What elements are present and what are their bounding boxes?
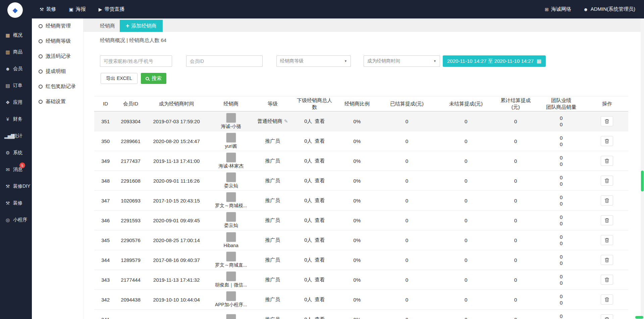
view-link[interactable]: 查看 xyxy=(315,158,325,164)
member-id-input[interactable] xyxy=(186,55,263,67)
view-link[interactable]: 查看 xyxy=(315,118,325,124)
sidebar-item-finance[interactable]: ¥财务 xyxy=(0,111,32,128)
total-settled: 0 xyxy=(495,131,537,151)
sidebar-item-decorate-diy[interactable]: ⚒装修DIY xyxy=(0,178,32,195)
horizontal-scrollbar-thumb[interactable] xyxy=(635,316,643,319)
delete-button[interactable] xyxy=(601,116,613,126)
level-label: 推广员 xyxy=(265,316,280,319)
delete-button[interactable] xyxy=(601,314,613,319)
sidebar-item-label: 应用 xyxy=(13,99,22,105)
become-time: 2017-10-15 20:43:15 xyxy=(145,191,208,211)
sidebar-item-members[interactable]: ☻会员 xyxy=(0,60,32,77)
sub-count: 0人 xyxy=(304,237,312,243)
delete-button[interactable] xyxy=(601,156,613,166)
sidebar-item-apps[interactable]: ❖应用 xyxy=(0,94,32,111)
sidebar-item-system[interactable]: ⚙系统 xyxy=(0,144,32,161)
view-link[interactable]: 查看 xyxy=(315,217,325,223)
topbar-item-label: 带货直播 xyxy=(105,6,125,12)
trash-icon xyxy=(604,317,610,319)
dealer-cell: 娄京灿 xyxy=(208,171,254,191)
settled: 0 xyxy=(376,250,437,270)
sidebar-item-goods[interactable]: ▥商品 xyxy=(0,44,32,60)
dealer-name: Hibana xyxy=(224,243,238,248)
keyword-input[interactable] xyxy=(100,55,172,67)
submenu-item-dealer-level[interactable]: 经销商等级 xyxy=(32,34,83,49)
submenu-item-commission-details[interactable]: 提成明细 xyxy=(32,64,83,79)
logo-icon: ◆ xyxy=(12,7,17,13)
delete-button[interactable] xyxy=(601,136,613,146)
team-qty: 0 xyxy=(537,200,586,207)
dealer-cell: APP加小程序... xyxy=(208,290,254,310)
delete-button[interactable] xyxy=(601,235,613,245)
app-logo[interactable]: ◆ xyxy=(7,2,23,18)
topbar-item-live-selling[interactable]: ▶带货直播 xyxy=(99,6,125,12)
miniprogram-icon: ◎ xyxy=(4,217,11,223)
delete-button[interactable] xyxy=(601,215,613,225)
level-label: 推广员 xyxy=(265,197,280,203)
sub-cell: 0人查看 xyxy=(291,230,337,250)
sidebar-item-mini-program[interactable]: ◎小程序 xyxy=(0,212,32,228)
sidebar-item-overview[interactable]: ▦概况 xyxy=(0,27,32,44)
sidebar-item-statistics[interactable]: ▂▅▇统计 xyxy=(0,128,32,144)
search-button[interactable]: 搜索 xyxy=(141,73,166,84)
level-select[interactable]: 经销商等级 ▼ xyxy=(276,55,351,67)
vertical-scrollbar-thumb[interactable] xyxy=(641,171,644,191)
sub-cell: 0人查看 xyxy=(291,151,337,171)
submenu-item-basic-settings[interactable]: 基础设置 xyxy=(32,94,83,109)
col-level: 等级 xyxy=(254,96,291,111)
delete-button[interactable] xyxy=(601,294,613,305)
edit-level-icon[interactable]: ✎ xyxy=(284,119,288,124)
view-link[interactable]: 查看 xyxy=(315,257,325,263)
view-link[interactable]: 查看 xyxy=(315,178,325,183)
system-icon: ⚙ xyxy=(4,150,11,155)
export-excel-button[interactable]: 导出 EXCEL xyxy=(101,73,138,84)
view-link[interactable]: 查看 xyxy=(315,297,325,302)
delete-button[interactable] xyxy=(601,275,613,285)
action-cell xyxy=(586,191,628,211)
sidebar-item-messages[interactable]: ✉消息5 xyxy=(0,161,32,178)
avatar xyxy=(226,271,236,281)
topbar-item-poster[interactable]: ▣海报 xyxy=(69,6,86,12)
circle-icon xyxy=(39,39,43,43)
delete-button[interactable] xyxy=(601,176,613,186)
sidebar-item-label: 统计 xyxy=(13,133,22,139)
settled: 0 xyxy=(376,230,437,250)
avatar xyxy=(226,212,236,222)
sidebar-item-label: 系统 xyxy=(13,150,22,156)
team-cell: 0 0 xyxy=(537,310,586,319)
topbar-item-admin-account[interactable]: ☻ADMIN(系统管理员) xyxy=(583,6,635,12)
date-range-button[interactable]: 2020-11-10 14:27 至 2020-11-10 14:27 ▦ xyxy=(443,55,546,67)
tab-dealer[interactable]: 经销商 xyxy=(84,20,120,32)
dealer-id: 350 xyxy=(94,131,117,151)
topbar-item-network[interactable]: ⊞海诚网络 xyxy=(545,6,571,12)
team-cell: 0 0 xyxy=(537,211,586,230)
sidebar-item-orders[interactable]: ▤订单 xyxy=(0,77,32,94)
topbar-item-decorate[interactable]: ⚒装修 xyxy=(40,6,56,12)
view-link[interactable]: 查看 xyxy=(315,316,325,319)
sub-count: 0人 xyxy=(304,277,312,282)
topbar-menu: ⚒装修▣海报▶带货直播 xyxy=(40,6,125,12)
sub-cell: 0人查看 xyxy=(291,171,337,191)
sub-cell: 0人查看 xyxy=(291,191,337,211)
sidebar-item-decorate[interactable]: ⚒装修 xyxy=(0,195,32,212)
submenu-item-activation-code-records[interactable]: 激活码记录 xyxy=(32,49,83,64)
dealer-name: 娄京灿 xyxy=(224,223,238,229)
delete-button[interactable] xyxy=(601,255,613,265)
notification-badge: 5 xyxy=(19,163,25,168)
dealer-cell: 罗文～商城直... xyxy=(208,250,254,270)
delete-button[interactable] xyxy=(601,195,613,206)
view-link[interactable]: 查看 xyxy=(315,138,325,144)
calendar-icon: ▦ xyxy=(537,58,541,64)
goods-icon: ▥ xyxy=(4,49,11,55)
submenu-item-dealer-management[interactable]: 经销商管理 xyxy=(32,18,83,34)
level-select-value: 经销商等级 xyxy=(280,58,304,64)
avatar xyxy=(226,232,236,242)
view-link[interactable]: 查看 xyxy=(315,237,325,243)
dealer-id: 341 xyxy=(94,310,117,319)
time-type-select[interactable]: 成为经销商时间 ▼ xyxy=(364,55,440,67)
add-dealer-button[interactable]: + 添加经销商 xyxy=(120,20,163,32)
view-link[interactable]: 查看 xyxy=(315,277,325,282)
submenu-item-redpacket-reward-records[interactable]: 红包奖励记录 xyxy=(32,79,83,94)
action-cell xyxy=(586,310,628,319)
view-link[interactable]: 查看 xyxy=(315,197,325,203)
